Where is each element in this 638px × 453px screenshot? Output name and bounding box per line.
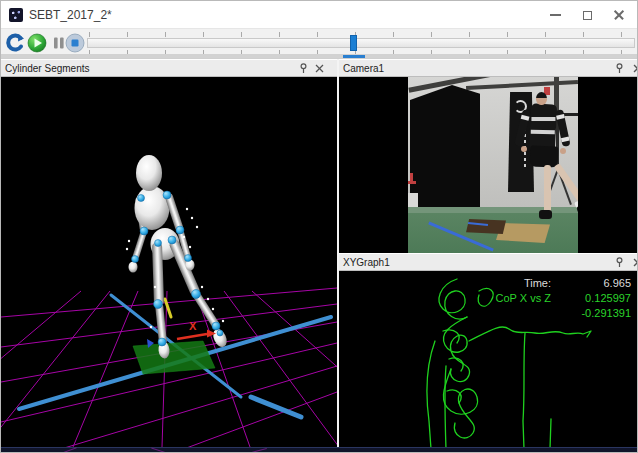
play-icon [27, 33, 47, 53]
standing-shoe [539, 210, 552, 219]
app-window: SEBT_2017_2* [0, 0, 638, 453]
time-value: 6.965 [557, 276, 631, 291]
minimize-button[interactable] [539, 1, 571, 29]
cylinder-segments-panel: Cylinder Segments [1, 59, 337, 447]
graph-readout: Time: 6.965 CoP X vs Z 0.125997 -0.29139… [469, 276, 631, 321]
cylinder-segments-header[interactable]: Cylinder Segments [1, 59, 337, 77]
close-panel-icon[interactable] [314, 63, 325, 74]
subject-torso [529, 103, 557, 151]
minimize-icon [550, 14, 561, 16]
maximize-button[interactable] [571, 1, 603, 29]
timeline-ticks-top [89, 32, 633, 37]
xygraph1-header[interactable]: XYGraph1 [339, 253, 638, 271]
close-button[interactable] [603, 1, 635, 29]
camera1-panel: Camera1 [339, 59, 638, 253]
play-button[interactable] [27, 33, 47, 53]
rewind-icon [5, 33, 25, 53]
black-curtain [410, 85, 480, 209]
force-plate [133, 341, 215, 374]
subject-shorts [530, 146, 559, 168]
close-panel-icon[interactable] [632, 257, 638, 268]
axis-x-label: X [189, 320, 197, 332]
workspace: Cylinder Segments [1, 59, 638, 447]
head [136, 155, 162, 191]
app-icon [9, 8, 23, 22]
stop-icon [65, 33, 85, 53]
window-title: SEBT_2017_2* [29, 8, 112, 22]
bottom-strip [1, 447, 638, 453]
panel-title: XYGraph1 [343, 257, 390, 268]
cop-graph: Time: 6.965 CoP X vs Z 0.125997 -0.29139… [339, 271, 638, 447]
timeline-handle[interactable] [350, 35, 357, 51]
subject-head [536, 92, 547, 105]
timeline-track[interactable] [87, 38, 635, 48]
rewind-button[interactable] [5, 33, 25, 53]
timeline-substrip [1, 54, 637, 58]
time-label: Time: [469, 276, 551, 291]
panel-title: Camera1 [343, 63, 384, 74]
timeline-range-indicator [343, 55, 365, 58]
cop-z-value: -0.291391 [557, 306, 631, 321]
panel-title: Cylinder Segments [5, 63, 89, 74]
subject-standing-leg [544, 165, 551, 213]
window-controls [539, 1, 635, 29]
maximize-icon [583, 11, 592, 20]
close-panel-icon[interactable] [632, 63, 638, 74]
camera-video [339, 77, 638, 253]
camera1-header[interactable]: Camera1 [339, 59, 638, 77]
playback-toolbar [1, 29, 637, 59]
video-frame [408, 77, 578, 253]
title-bar[interactable]: SEBT_2017_2* [1, 1, 637, 29]
stop-button[interactable] [65, 33, 85, 53]
pin-icon[interactable] [298, 63, 309, 74]
xygraph1-panel: XYGraph1 [339, 253, 638, 447]
pin-icon[interactable] [614, 63, 625, 74]
3d-scene: X [1, 77, 337, 447]
close-icon [613, 9, 625, 21]
force-plate-brown [466, 219, 506, 234]
3d-viewport[interactable]: X [1, 77, 337, 447]
pin-icon[interactable] [614, 257, 625, 268]
cop-x-value: 0.125997 [557, 291, 631, 306]
series-label: CoP X vs Z [469, 291, 551, 306]
